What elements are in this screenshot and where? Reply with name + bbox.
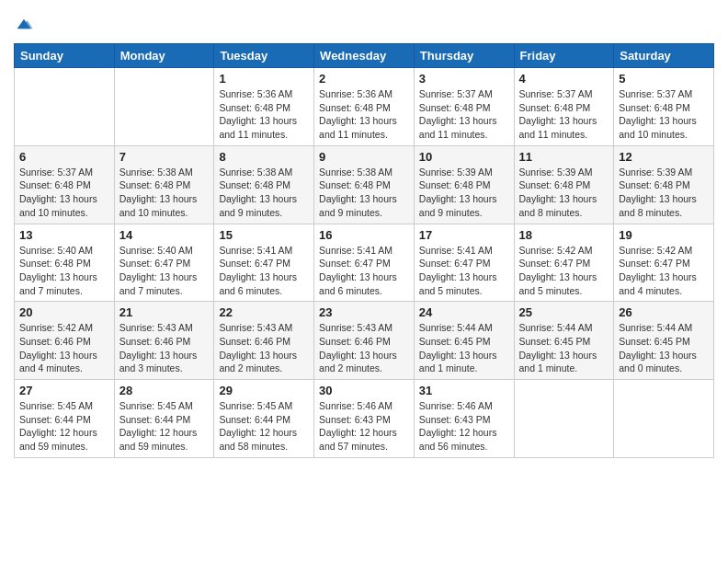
day-info: Sunrise: 5:42 AM Sunset: 6:47 PM Dayligh… (619, 244, 709, 298)
day-info: Sunrise: 5:38 AM Sunset: 6:48 PM Dayligh… (319, 166, 409, 220)
calendar-cell: 15Sunrise: 5:41 AM Sunset: 6:47 PM Dayli… (214, 224, 314, 302)
day-info: Sunrise: 5:39 AM Sunset: 6:48 PM Dayligh… (419, 166, 509, 220)
day-info: Sunrise: 5:46 AM Sunset: 6:43 PM Dayligh… (319, 399, 409, 454)
day-number: 18 (519, 228, 609, 242)
day-number: 31 (419, 384, 509, 397)
calendar-header-row: SundayMondayTuesdayWednesdayThursdayFrid… (15, 44, 714, 68)
calendar-cell: 25Sunrise: 5:44 AM Sunset: 6:45 PM Dayli… (514, 302, 614, 380)
calendar-cell: 23Sunrise: 5:43 AM Sunset: 6:46 PM Dayli… (314, 302, 415, 380)
calendar-weekday-header: Wednesday (314, 44, 415, 68)
day-number: 30 (319, 384, 409, 397)
header (14, 14, 714, 34)
day-info: Sunrise: 5:37 AM Sunset: 6:48 PM Dayligh… (19, 166, 109, 220)
day-number: 10 (419, 150, 509, 164)
day-number: 15 (219, 228, 309, 242)
day-info: Sunrise: 5:46 AM Sunset: 6:43 PM Dayligh… (419, 399, 509, 454)
day-info: Sunrise: 5:42 AM Sunset: 6:47 PM Dayligh… (519, 244, 609, 298)
day-info: Sunrise: 5:45 AM Sunset: 6:44 PM Dayligh… (19, 399, 109, 454)
calendar-cell: 11Sunrise: 5:39 AM Sunset: 6:48 PM Dayli… (514, 145, 614, 224)
calendar-cell (514, 380, 614, 458)
day-number: 25 (519, 305, 609, 319)
calendar-cell (15, 68, 115, 146)
day-number: 14 (119, 228, 210, 242)
calendar-cell: 19Sunrise: 5:42 AM Sunset: 6:47 PM Dayli… (614, 224, 714, 302)
calendar-cell: 3Sunrise: 5:37 AM Sunset: 6:48 PM Daylig… (414, 68, 514, 146)
calendar-weekday-header: Sunday (15, 44, 115, 68)
calendar-weekday-header: Friday (514, 44, 614, 68)
day-number: 23 (319, 305, 409, 319)
calendar-cell: 2Sunrise: 5:36 AM Sunset: 6:48 PM Daylig… (314, 68, 415, 146)
day-info: Sunrise: 5:36 AM Sunset: 6:48 PM Dayligh… (219, 87, 309, 142)
calendar-cell: 20Sunrise: 5:42 AM Sunset: 6:46 PM Dayli… (15, 302, 115, 380)
day-number: 7 (119, 150, 210, 164)
calendar-cell: 27Sunrise: 5:45 AM Sunset: 6:44 PM Dayli… (15, 380, 115, 458)
day-info: Sunrise: 5:43 AM Sunset: 6:46 PM Dayligh… (119, 321, 210, 375)
day-number: 22 (219, 305, 309, 319)
day-number: 12 (619, 150, 709, 164)
calendar-cell: 29Sunrise: 5:45 AM Sunset: 6:44 PM Dayli… (214, 380, 314, 458)
day-info: Sunrise: 5:44 AM Sunset: 6:45 PM Dayligh… (619, 321, 709, 375)
day-number: 4 (519, 72, 609, 86)
calendar-cell: 17Sunrise: 5:41 AM Sunset: 6:47 PM Dayli… (414, 224, 514, 302)
calendar-week-row: 1Sunrise: 5:36 AM Sunset: 6:48 PM Daylig… (15, 68, 714, 146)
calendar-cell: 30Sunrise: 5:46 AM Sunset: 6:43 PM Dayli… (314, 380, 415, 458)
logo (14, 14, 38, 34)
calendar-cell: 26Sunrise: 5:44 AM Sunset: 6:45 PM Dayli… (614, 302, 714, 380)
day-number: 3 (419, 72, 509, 86)
calendar-cell: 8Sunrise: 5:38 AM Sunset: 6:48 PM Daylig… (214, 145, 314, 224)
day-info: Sunrise: 5:40 AM Sunset: 6:48 PM Dayligh… (19, 244, 109, 298)
calendar-cell (114, 68, 214, 146)
logo-icon (14, 14, 34, 34)
day-number: 28 (119, 384, 210, 397)
day-number: 20 (19, 305, 109, 319)
day-number: 1 (219, 72, 309, 86)
day-info: Sunrise: 5:43 AM Sunset: 6:46 PM Dayligh… (219, 321, 309, 375)
calendar-weekday-header: Monday (114, 44, 214, 68)
calendar-cell: 14Sunrise: 5:40 AM Sunset: 6:47 PM Dayli… (114, 224, 214, 302)
day-number: 24 (419, 305, 509, 319)
calendar-cell: 22Sunrise: 5:43 AM Sunset: 6:46 PM Dayli… (214, 302, 314, 380)
day-info: Sunrise: 5:37 AM Sunset: 6:48 PM Dayligh… (519, 87, 609, 142)
day-info: Sunrise: 5:45 AM Sunset: 6:44 PM Dayligh… (119, 399, 210, 454)
day-number: 16 (319, 228, 409, 242)
day-info: Sunrise: 5:43 AM Sunset: 6:46 PM Dayligh… (319, 321, 409, 375)
calendar-cell: 12Sunrise: 5:39 AM Sunset: 6:48 PM Dayli… (614, 145, 714, 224)
day-number: 27 (19, 384, 109, 397)
day-number: 5 (619, 72, 709, 86)
day-number: 6 (19, 150, 109, 164)
calendar-cell: 9Sunrise: 5:38 AM Sunset: 6:48 PM Daylig… (314, 145, 415, 224)
calendar-weekday-header: Thursday (414, 44, 514, 68)
calendar-cell: 21Sunrise: 5:43 AM Sunset: 6:46 PM Dayli… (114, 302, 214, 380)
day-info: Sunrise: 5:38 AM Sunset: 6:48 PM Dayligh… (219, 166, 309, 220)
day-info: Sunrise: 5:36 AM Sunset: 6:48 PM Dayligh… (319, 87, 409, 142)
day-info: Sunrise: 5:41 AM Sunset: 6:47 PM Dayligh… (319, 244, 409, 298)
calendar-cell: 31Sunrise: 5:46 AM Sunset: 6:43 PM Dayli… (414, 380, 514, 458)
calendar-cell: 16Sunrise: 5:41 AM Sunset: 6:47 PM Dayli… (314, 224, 415, 302)
day-info: Sunrise: 5:45 AM Sunset: 6:44 PM Dayligh… (219, 399, 309, 454)
calendar-week-row: 20Sunrise: 5:42 AM Sunset: 6:46 PM Dayli… (15, 302, 714, 380)
day-info: Sunrise: 5:44 AM Sunset: 6:45 PM Dayligh… (419, 321, 509, 375)
day-info: Sunrise: 5:41 AM Sunset: 6:47 PM Dayligh… (419, 244, 509, 298)
calendar-weekday-header: Tuesday (214, 44, 314, 68)
day-number: 17 (419, 228, 509, 242)
calendar-cell: 6Sunrise: 5:37 AM Sunset: 6:48 PM Daylig… (15, 145, 115, 224)
calendar-week-row: 6Sunrise: 5:37 AM Sunset: 6:48 PM Daylig… (15, 145, 714, 224)
day-number: 9 (319, 150, 409, 164)
calendar-cell: 10Sunrise: 5:39 AM Sunset: 6:48 PM Dayli… (414, 145, 514, 224)
calendar-week-row: 13Sunrise: 5:40 AM Sunset: 6:48 PM Dayli… (15, 224, 714, 302)
day-number: 8 (219, 150, 309, 164)
calendar-cell: 18Sunrise: 5:42 AM Sunset: 6:47 PM Dayli… (514, 224, 614, 302)
calendar-cell: 5Sunrise: 5:37 AM Sunset: 6:48 PM Daylig… (614, 68, 714, 146)
day-number: 19 (619, 228, 709, 242)
calendar-cell: 13Sunrise: 5:40 AM Sunset: 6:48 PM Dayli… (15, 224, 115, 302)
day-info: Sunrise: 5:38 AM Sunset: 6:48 PM Dayligh… (119, 166, 210, 220)
day-number: 13 (19, 228, 109, 242)
day-number: 2 (319, 72, 409, 86)
page: SundayMondayTuesdayWednesdayThursdayFrid… (0, 0, 728, 563)
day-info: Sunrise: 5:40 AM Sunset: 6:47 PM Dayligh… (119, 244, 210, 298)
calendar-cell: 1Sunrise: 5:36 AM Sunset: 6:48 PM Daylig… (214, 68, 314, 146)
day-info: Sunrise: 5:39 AM Sunset: 6:48 PM Dayligh… (619, 166, 709, 220)
calendar-cell: 7Sunrise: 5:38 AM Sunset: 6:48 PM Daylig… (114, 145, 214, 224)
day-number: 26 (619, 305, 709, 319)
day-info: Sunrise: 5:44 AM Sunset: 6:45 PM Dayligh… (519, 321, 609, 375)
